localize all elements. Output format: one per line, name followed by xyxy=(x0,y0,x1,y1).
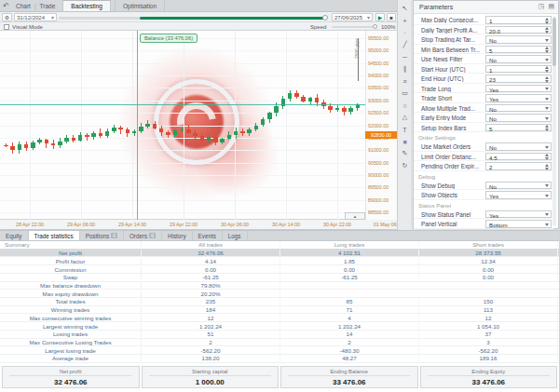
stepper-arrows-icon[interactable] xyxy=(545,125,549,133)
stop-button[interactable]: ■ xyxy=(387,13,396,21)
chevron-down-icon[interactable] xyxy=(545,182,549,191)
rectangle-icon[interactable]: ▭ xyxy=(398,88,412,99)
scrollbar-thumb[interactable] xyxy=(552,18,556,66)
parameter-dropdown[interactable]: No xyxy=(485,142,552,151)
pencil-icon[interactable]: ✎ xyxy=(398,148,412,159)
candle xyxy=(207,137,211,140)
bottom-tab-trade-statistics[interactable]: Trade statistics xyxy=(29,231,80,240)
stepper-arrows-icon[interactable] xyxy=(545,75,549,84)
parameter-row: Max Daily Consecut...1 xyxy=(414,15,553,25)
refresh-icon[interactable]: ↻ xyxy=(398,160,412,171)
back-arrow-icon[interactable]: ↶ xyxy=(0,0,12,11)
stepper-arrows-icon[interactable] xyxy=(545,47,549,55)
end-date-select[interactable]: 27/06/2025 ▾ xyxy=(332,13,373,21)
trade-label[interactable]: Trade xyxy=(36,0,60,11)
candle xyxy=(261,119,266,126)
parameter-dropdown[interactable]: Yes xyxy=(485,210,552,219)
chevron-down-icon[interactable] xyxy=(545,86,549,94)
stat-value: 138.20 xyxy=(142,355,280,361)
stepper-arrows-icon[interactable] xyxy=(545,27,549,35)
collapse-chart-button[interactable]: ▴ xyxy=(345,212,365,220)
trend-line-icon[interactable]: ╱ xyxy=(398,39,412,50)
parameter-dropdown[interactable]: Bottom xyxy=(485,220,552,228)
bottom-tab-history[interactable]: History xyxy=(162,231,193,240)
chevron-down-icon[interactable] xyxy=(545,221,549,229)
time-tick-label: 29 Apr 22:00 xyxy=(170,222,198,227)
stepper-arrows-icon[interactable] xyxy=(545,163,549,171)
parameter-dropdown[interactable]: No xyxy=(485,182,552,190)
parameter-dropdown[interactable]: Yes xyxy=(485,85,552,93)
ellipse-icon[interactable]: ○ xyxy=(398,100,412,111)
parameter-dropdown[interactable]: No xyxy=(485,104,552,113)
parameter-stepper[interactable]: 5 xyxy=(485,46,552,54)
time-axis[interactable]: ▴ 28 Apr 22:0029 Apr 06:0029 Apr 14:0029… xyxy=(0,220,411,230)
bottom-tab-orders[interactable]: Orders0 xyxy=(124,231,162,240)
cursor-icon[interactable]: ↖ xyxy=(398,3,412,14)
chevron-down-icon[interactable] xyxy=(545,56,549,64)
chevron-down-icon[interactable] xyxy=(545,36,549,45)
price-tick-label: 89500.00 xyxy=(368,184,389,190)
parameter-value: Yes xyxy=(489,212,498,219)
tab-backtesting[interactable]: Backtesting xyxy=(62,0,111,11)
parameter-stepper[interactable]: 5 xyxy=(485,124,552,132)
parameter-stepper[interactable]: 4.5 xyxy=(485,153,552,161)
speed-value: 100% xyxy=(381,24,395,30)
parameter-stepper[interactable]: 20.0 xyxy=(485,26,552,34)
parameter-stepper[interactable]: 1 xyxy=(485,16,552,24)
chevron-down-icon[interactable] xyxy=(545,95,549,103)
parameter-label: Use News Filter xyxy=(421,56,486,62)
trade-statistics-table: SummaryAll tradesLong tradesShort trades… xyxy=(0,241,559,363)
stat-value: All trades xyxy=(142,241,280,248)
text-tool-icon[interactable]: T xyxy=(398,124,412,135)
chevron-down-icon[interactable] xyxy=(545,192,549,200)
play-button[interactable]: ▶ xyxy=(375,13,385,21)
parameter-stepper[interactable]: 1 xyxy=(485,65,552,74)
list-icon[interactable]: ▤ xyxy=(548,3,554,10)
visual-mode-checkbox[interactable] xyxy=(4,24,9,30)
parameters-scrollbar[interactable] xyxy=(552,16,556,226)
start-date-select[interactable]: 31/12/2024 ▾ xyxy=(14,13,57,21)
parameter-dropdown[interactable]: Yes xyxy=(485,94,552,102)
stat-value: 37 xyxy=(419,331,558,337)
bottom-tab-equity[interactable]: Equity xyxy=(0,231,29,240)
speed-slider[interactable] xyxy=(332,26,376,28)
price-tick-label: 89000.00 xyxy=(368,197,389,203)
crosshair-icon[interactable]: + xyxy=(398,15,412,26)
chevron-down-icon[interactable] xyxy=(545,211,549,220)
chevron-down-icon[interactable] xyxy=(545,105,549,114)
slider-handle[interactable] xyxy=(322,15,328,20)
date-range-slider[interactable] xyxy=(59,17,327,20)
bottom-tab-positions[interactable]: Positions0 xyxy=(80,231,124,240)
chart-label[interactable]: Chart xyxy=(12,0,34,11)
stat-label: Max consecutive winning trades xyxy=(0,315,142,321)
stepper-arrows-icon[interactable] xyxy=(545,66,549,74)
settings-gear-icon[interactable]: ⚙ xyxy=(2,13,12,21)
candlestick-plot[interactable]: Balance (33 476.06) xyxy=(0,31,365,220)
dot-icon[interactable]: · xyxy=(398,27,412,38)
chevron-down-icon[interactable] xyxy=(545,143,549,152)
expand-icon[interactable]: ◳ xyxy=(539,3,545,10)
parameter-stepper[interactable]: 23 xyxy=(485,74,552,83)
parameter-section-label: Status Panel xyxy=(418,202,451,209)
triangle-icon[interactable]: △ xyxy=(398,112,412,123)
stepper-arrows-icon[interactable] xyxy=(545,154,549,162)
bottom-tab-logs[interactable]: Logs xyxy=(223,231,248,240)
speed-slider-handle[interactable] xyxy=(373,24,377,29)
summary-box-value: 33 476.06 xyxy=(333,378,366,386)
parameter-dropdown[interactable]: No xyxy=(485,114,552,122)
fibonacci-icon[interactable]: ≡ xyxy=(398,75,412,87)
color-swatch-icon[interactable]: ■ xyxy=(398,136,412,147)
channel-icon[interactable]: ∥ xyxy=(398,63,412,74)
parameter-dropdown[interactable]: No xyxy=(485,55,552,63)
stepper-arrows-icon[interactable] xyxy=(545,17,549,25)
parameter-stepper[interactable]: 2 xyxy=(485,162,552,170)
parameter-dropdown[interactable]: No xyxy=(485,35,552,44)
bottom-panel: EquityTrade statisticsPositions0Orders0H… xyxy=(0,230,559,392)
horizontal-line-icon[interactable]: ─ xyxy=(398,51,412,62)
parameter-dropdown[interactable]: Yes xyxy=(485,191,552,199)
parameter-label: End Hour (UTC) xyxy=(421,75,486,82)
tab-optimisation[interactable]: Optimisation xyxy=(115,0,165,11)
price-axis[interactable]: 95500.0095000.0094500.0094000.0093500.00… xyxy=(365,31,397,220)
bottom-tab-events[interactable]: Events xyxy=(193,231,223,240)
chevron-down-icon[interactable] xyxy=(545,115,549,123)
